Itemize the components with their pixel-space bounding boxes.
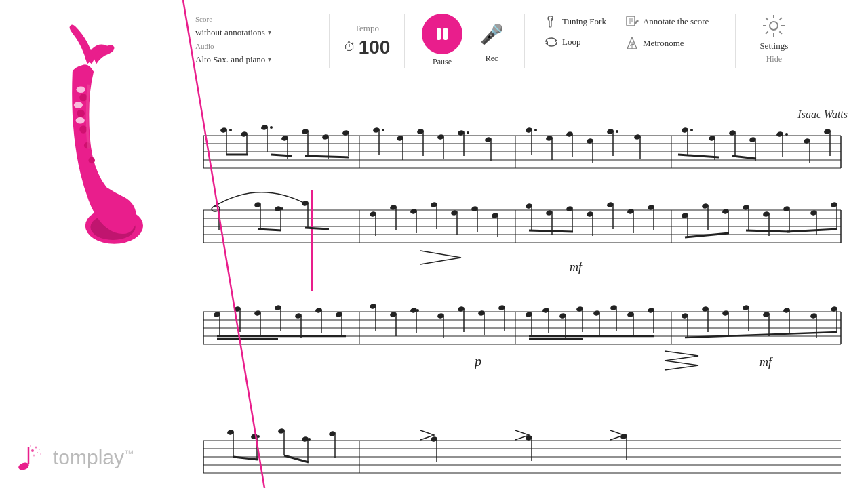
svg-line-173	[529, 230, 573, 232]
divider-2	[404, 14, 405, 68]
svg-line-103	[271, 155, 292, 156]
divider-4	[735, 14, 736, 68]
svg-point-7	[77, 87, 85, 93]
divider-3	[524, 14, 525, 68]
rec-group: 🎤 Rec	[475, 17, 509, 64]
tool-row-right: Annotate the score Metronome	[623, 14, 711, 52]
svg-line-174	[685, 233, 729, 237]
metronome-button[interactable]: Metronome	[623, 35, 711, 52]
staff-system-3: p mf	[203, 303, 841, 370]
audio-section-label: Audio	[190, 41, 312, 52]
svg-line-105	[678, 155, 719, 157]
svg-point-8	[74, 102, 83, 108]
dynamic-mf-2: mf	[760, 355, 774, 369]
annotate-button[interactable]: Annotate the score	[623, 14, 711, 30]
svg-line-30	[630, 44, 634, 45]
rec-button[interactable]: 🎤	[475, 17, 509, 51]
logo-word: tomplay	[53, 446, 124, 468]
pause-label: Pause	[433, 57, 452, 67]
hide-label[interactable]: Hide	[766, 54, 782, 64]
logo-area: tomplay™	[14, 441, 134, 474]
svg-point-12	[31, 449, 34, 452]
dynamic-mf-1: mf	[570, 260, 584, 274]
tuning-fork-button[interactable]: Tuning Fork	[542, 14, 609, 30]
svg-point-44	[229, 129, 232, 131]
instrument-dropdown[interactable]: Alto Sax. and piano ▾	[190, 52, 312, 68]
svg-point-2	[79, 94, 87, 101]
score-audio-section: Score without annotations ▾ Audio Alto S…	[190, 14, 312, 68]
score-label-text: Score	[195, 15, 212, 23]
svg-point-84	[616, 130, 618, 133]
score-area: Isaac Watts	[183, 81, 868, 488]
tuning-fork-icon	[545, 15, 558, 28]
svg-line-171	[258, 229, 281, 230]
svg-point-18	[40, 453, 41, 455]
rec-label: Rec	[486, 54, 498, 64]
svg-point-75	[534, 129, 537, 131]
svg-line-175	[746, 230, 790, 232]
svg-line-176	[787, 229, 837, 232]
saxophone-image	[34, 20, 156, 264]
annotations-label: without annotations	[195, 27, 265, 38]
svg-point-17	[30, 445, 31, 447]
staff-system-2: mf	[203, 190, 841, 291]
svg-point-3	[77, 110, 84, 117]
tool-row-left: Tuning Fork Loop	[542, 14, 609, 49]
logo-note-icon	[14, 441, 47, 474]
loop-icon	[545, 37, 558, 47]
svg-point-9	[76, 117, 85, 123]
svg-line-252	[685, 332, 837, 338]
instrument-arrow-icon: ▾	[268, 56, 271, 63]
annotate-icon	[625, 15, 639, 28]
svg-point-70	[467, 131, 469, 134]
svg-point-31	[770, 22, 778, 30]
metronome-icon	[625, 37, 639, 50]
svg-point-14	[37, 452, 38, 453]
annotations-arrow-icon: ▾	[268, 28, 271, 36]
settings-label: Settings	[760, 41, 788, 52]
annotations-dropdown[interactable]: without annotations ▾	[190, 24, 312, 41]
loop-button[interactable]: Loop	[542, 35, 609, 49]
toolbar: Score without annotations ▾ Audio Alto S…	[183, 0, 868, 81]
svg-point-15	[33, 455, 35, 457]
tools-section: Tuning Fork Loop	[542, 14, 788, 68]
score-section-label: Score	[190, 14, 312, 24]
svg-point-16	[39, 449, 40, 450]
svg-point-61	[382, 129, 384, 131]
tempo-section: Tempo ⏱ 100	[340, 23, 394, 58]
logo-text: tomplay™	[53, 446, 134, 469]
logo-tm: ™	[124, 448, 134, 459]
svg-point-13	[35, 447, 37, 449]
instrument-label: Alto Sax. and piano	[195, 54, 265, 65]
settings-group: Settings Hide	[760, 14, 788, 64]
sheet-music: mf	[190, 122, 854, 488]
main-content: Score without annotations ▾ Audio Alto S…	[183, 0, 868, 488]
audio-label-text: Audio	[195, 42, 214, 50]
divider-1	[329, 14, 330, 68]
pause-bar-right	[443, 28, 448, 40]
dynamic-p: p	[473, 354, 481, 369]
mic-icon: 🎤	[480, 23, 504, 45]
left-panel: tomplay™	[0, 0, 183, 488]
pause-bar-left	[437, 28, 441, 40]
svg-line-106	[732, 156, 756, 159]
svg-line-172	[305, 228, 329, 229]
tempo-label: Tempo	[355, 23, 379, 34]
settings-icon[interactable]	[762, 14, 786, 38]
svg-point-50	[270, 126, 273, 129]
loop-label: Loop	[562, 37, 580, 47]
svg-line-278	[233, 457, 258, 460]
svg-line-104	[305, 156, 349, 157]
svg-point-6	[89, 157, 95, 163]
composer-name: Isaac Watts	[797, 108, 848, 121]
staff-system-4	[203, 428, 841, 473]
pause-button[interactable]	[422, 14, 462, 54]
tuning-fork-label: Tuning Fork	[562, 16, 606, 27]
metronome-small-icon: ⏱	[344, 40, 356, 54]
pause-icon	[437, 28, 448, 40]
pause-group: Pause	[415, 14, 469, 67]
metronome-label: Metronome	[643, 38, 684, 49]
annotate-label: Annotate the score	[643, 16, 709, 27]
svg-point-98	[785, 133, 788, 136]
tempo-value: 100	[359, 37, 391, 58]
